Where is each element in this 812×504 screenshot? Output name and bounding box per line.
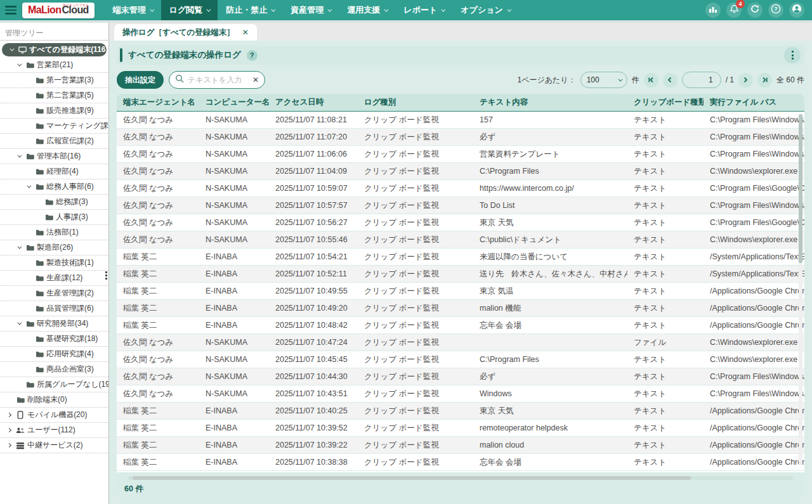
tree-item[interactable]: 総務課(3) <box>0 195 108 210</box>
refresh-button[interactable] <box>747 3 763 18</box>
tree-item[interactable]: 基礎研究課(18) <box>0 332 108 347</box>
tree-item[interactable]: 研究開発部(34) <box>0 316 108 332</box>
tree-item[interactable]: 品質管理課(6) <box>0 301 108 316</box>
vertical-scrollbar-thumb[interactable] <box>799 114 802 263</box>
nav-menu-2[interactable]: ログ閲覧 <box>161 0 218 20</box>
vertical-scrollbar[interactable] <box>799 114 802 465</box>
chevron-down-icon[interactable] <box>27 184 31 188</box>
tree-item[interactable]: 第一営業課(3) <box>0 73 108 88</box>
table-row[interactable]: 佐久間 なつみN-SAKUMA2025/11/07 10:55:46クリップ ボ… <box>117 231 804 249</box>
hamburger-menu-icon[interactable] <box>5 6 16 15</box>
tree-item[interactable]: 広報宣伝課(2) <box>0 134 108 149</box>
table-row[interactable]: 稲葉 英二E-INABA2025/11/07 10:54:21クリップ ボード監… <box>117 249 804 266</box>
prev-page-button[interactable] <box>663 73 678 87</box>
table-row[interactable]: 佐久間 なつみN-SAKUMA2025/11/07 11:06:06クリップ ボ… <box>117 146 804 163</box>
horizontal-scrollbar-thumb[interactable] <box>133 476 691 480</box>
nav-menu-6[interactable]: レポート <box>395 0 452 20</box>
chevron-down-icon[interactable] <box>17 153 22 158</box>
tab-operation-log[interactable]: 操作ログ［すべての登録端末］ ✕ <box>114 24 257 41</box>
table-row[interactable]: 佐久間 なつみN-SAKUMA2025/11/07 10:56:27クリップ ボ… <box>117 214 804 231</box>
tree-item[interactable]: 中継サービス(2) <box>0 438 108 453</box>
chevron-right-icon[interactable] <box>7 443 11 448</box>
tree-item[interactable]: 製造技術課(1) <box>0 255 108 271</box>
tree-item[interactable]: ユーザー(112) <box>0 423 108 438</box>
tree-item[interactable]: 生産課(12) <box>0 271 108 286</box>
app-logo[interactable]: MaLionCloud マリオンクラウド <box>22 3 95 18</box>
tree-item[interactable]: すべての登録端末(116) <box>2 43 107 56</box>
tree-item[interactable]: 製造部(26) <box>0 240 108 255</box>
clear-search-icon[interactable]: ✕ <box>252 76 259 84</box>
tree-item[interactable]: 応用研究課(4) <box>0 347 108 362</box>
table-cell: E-INABA <box>199 441 269 449</box>
horizontal-scrollbar[interactable] <box>128 476 793 480</box>
table-row[interactable]: 佐久間 なつみN-SAKUMA2025/11/07 10:47:24クリップ ボ… <box>117 334 804 351</box>
table-row[interactable]: 稲葉 英二E-INABA2025/11/07 10:39:22クリップ ボード監… <box>117 437 804 454</box>
column-header[interactable]: アクセス日時 <box>269 97 358 108</box>
nav-menu-3[interactable]: 防止・禁止 <box>218 0 282 20</box>
table-row[interactable]: 佐久間 なつみN-SAKUMA2025/11/07 10:43:51クリップ ボ… <box>117 385 804 403</box>
tree-item[interactable]: 管理本部(16) <box>0 149 108 164</box>
nav-menu-4[interactable]: 資産管理 <box>282 0 339 20</box>
help-circle-icon[interactable]: ? <box>247 50 258 61</box>
table-row[interactable]: 稲葉 英二E-INABA2025/11/07 10:38:38クリップ ボード監… <box>117 454 804 471</box>
nav-menu-1[interactable]: 端末管理 <box>105 0 161 20</box>
table-row[interactable]: 佐久間 なつみN-SAKUMA2025/11/07 10:57:57クリップ ボ… <box>117 197 804 214</box>
tree-item[interactable]: モバイル機器(20) <box>0 408 108 423</box>
tree-item[interactable]: 削除端末(0) <box>0 392 108 408</box>
chevron-right-icon[interactable] <box>7 413 11 417</box>
tree-item[interactable]: 所属グループなし(19) <box>0 377 108 392</box>
column-header[interactable]: クリップボード種類 <box>627 97 704 108</box>
sidebar-resize-handle[interactable] <box>105 271 107 280</box>
table-row[interactable]: 佐久間 なつみN-SAKUMA2025/11/07 11:07:20クリップ ボ… <box>117 129 804 146</box>
table-row[interactable]: 佐久間 なつみN-SAKUMA2025/11/07 11:08:21クリップ ボ… <box>117 112 804 129</box>
nav-menu-7[interactable]: オプション <box>452 0 518 20</box>
table-row[interactable]: 稲葉 英二E-INABA2025/11/07 10:52:11クリップ ボード監… <box>117 266 804 283</box>
column-header[interactable]: 実行ファイル パス <box>704 97 804 108</box>
tree-item[interactable]: 人事課(3) <box>0 210 108 225</box>
chevron-right-icon[interactable] <box>7 428 11 432</box>
chevron-down-icon[interactable] <box>17 321 22 325</box>
chevron-down-icon[interactable] <box>10 47 14 51</box>
table-row[interactable]: 稲葉 英二E-INABA2025/11/07 10:49:55クリップ ボード監… <box>117 283 804 300</box>
last-page-button[interactable] <box>757 73 772 87</box>
folder-icon <box>34 92 44 99</box>
tree-item[interactable]: 第二営業課(5) <box>0 88 108 103</box>
notifications-button[interactable]: 4 <box>726 3 742 18</box>
table-row[interactable]: 稲葉 英二E-INABA2025/11/07 10:40:25クリップ ボード監… <box>117 403 804 420</box>
chevron-down-icon[interactable] <box>17 62 22 67</box>
table-row[interactable]: 佐久間 なつみN-SAKUMA2025/11/07 10:59:07クリップ ボ… <box>117 180 804 197</box>
tree-item[interactable]: 総務人事部(6) <box>0 179 108 195</box>
table-row[interactable]: 佐久間 なつみN-SAKUMA2025/11/07 10:44:30クリップ ボ… <box>117 368 804 385</box>
column-header[interactable]: テキスト内容 <box>473 97 627 108</box>
tree-item[interactable]: 経理部(4) <box>0 164 108 179</box>
tree-item[interactable]: 生産管理課(2) <box>0 286 108 301</box>
next-page-button[interactable] <box>738 73 753 87</box>
chevron-down-icon[interactable] <box>17 245 22 249</box>
first-page-button[interactable] <box>644 73 658 87</box>
table-row[interactable]: 佐久間 なつみN-SAKUMA2025/11/07 11:04:09クリップ ボ… <box>117 163 804 180</box>
table-cell: 2025/11/07 10:52:11 <box>269 269 358 278</box>
table-row[interactable]: 稲葉 英二E-INABA2025/11/07 10:39:52クリップ ボード監… <box>117 420 804 437</box>
column-header[interactable]: 端末エージェント名 <box>117 97 199 108</box>
tree-item[interactable]: 商品企画室(3) <box>0 362 108 377</box>
table-cell: 忘年会 会場 <box>473 457 627 468</box>
page-number-input[interactable] <box>682 72 721 88</box>
search-input[interactable] <box>188 75 249 84</box>
table-row[interactable]: 稲葉 英二E-INABA2025/11/07 10:48:42クリップ ボード監… <box>117 317 804 334</box>
nav-menu-5[interactable]: 運用支援 <box>339 0 395 20</box>
extract-settings-button[interactable]: 抽出設定 <box>117 71 164 89</box>
stats-button[interactable] <box>705 3 721 18</box>
kebab-menu-icon[interactable] <box>784 47 801 63</box>
table-row[interactable]: 稲葉 英二E-INABA2025/11/07 10:49:20クリップ ボード監… <box>117 300 804 317</box>
per-page-select[interactable]: 100 <box>580 72 627 88</box>
table-row[interactable]: 佐久間 なつみN-SAKUMA2025/11/07 10:45:45クリップ ボ… <box>117 351 804 368</box>
help-button[interactable]: ? <box>768 3 783 18</box>
column-header[interactable]: コンピューター名 <box>199 97 269 108</box>
column-header[interactable]: ログ種別 <box>358 97 473 108</box>
tree-item[interactable]: 販売推進課(9) <box>0 103 108 119</box>
account-button[interactable] <box>789 3 804 18</box>
tree-item[interactable]: 営業部(21) <box>0 58 108 73</box>
close-icon[interactable]: ✕ <box>242 28 249 37</box>
tree-item[interactable]: 法務部(1) <box>0 225 108 240</box>
tree-item[interactable]: マーケティング課(2) <box>0 119 108 134</box>
